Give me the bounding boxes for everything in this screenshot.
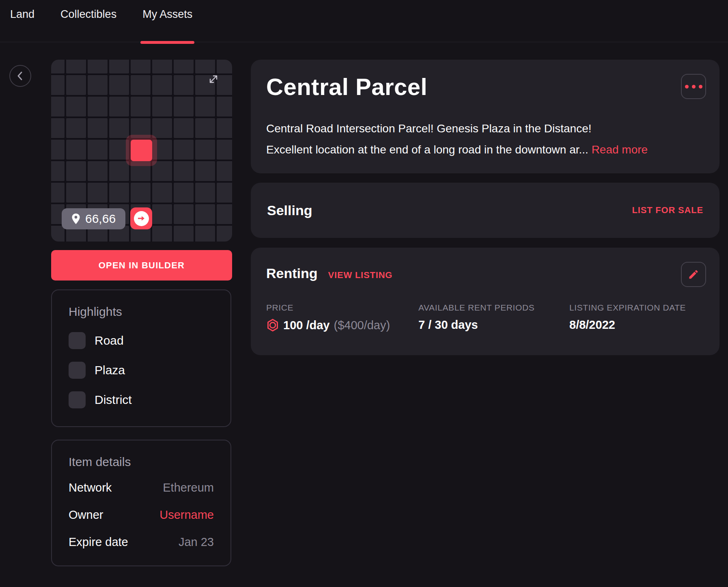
description-line-2: Excellent location at the end of a long … xyxy=(266,139,648,160)
expand-map-icon[interactable] xyxy=(207,73,220,85)
ellipsis-icon xyxy=(685,85,702,88)
map-cell xyxy=(152,97,172,117)
map-cell xyxy=(88,97,108,117)
map-cell xyxy=(51,183,65,203)
parcel-header-card: Central Parcel Central Road Intersection… xyxy=(251,60,719,173)
map-cell xyxy=(174,75,194,95)
map-cell xyxy=(131,97,151,117)
map-cell xyxy=(217,204,232,224)
detail-label: Owner xyxy=(69,508,103,522)
map-cell xyxy=(195,183,215,203)
map-cell xyxy=(66,75,86,95)
read-more-link[interactable]: Read more xyxy=(592,143,648,156)
owner-link[interactable]: Username xyxy=(159,508,214,522)
open-in-builder-button[interactable]: OPEN IN BUILDER xyxy=(51,250,232,281)
renting-title: Renting xyxy=(266,265,318,281)
map-cell xyxy=(195,60,215,73)
parcel-map-preview[interactable]: 66,66 xyxy=(51,60,232,242)
map-cell xyxy=(174,161,194,181)
rent-periods-label: AVAILABLE RENT PERIODS xyxy=(418,303,569,313)
jump-in-button[interactable] xyxy=(130,207,152,229)
checkbox-plaza[interactable] xyxy=(69,362,86,379)
map-cell xyxy=(88,75,108,95)
map-cell xyxy=(109,161,129,181)
map-cell xyxy=(109,60,129,73)
map-cell xyxy=(174,97,194,117)
location-pin-icon xyxy=(71,213,80,224)
highlight-row-road: Road xyxy=(69,332,124,349)
checkbox-road[interactable] xyxy=(69,332,86,349)
back-button[interactable] xyxy=(9,65,31,87)
map-cell xyxy=(174,60,194,73)
map-cell xyxy=(66,140,86,160)
map-cell xyxy=(88,140,108,160)
edit-listing-button[interactable] xyxy=(681,262,706,287)
price-column: PRICE 100 /day ($400/day) xyxy=(266,303,418,332)
map-cell xyxy=(152,204,172,224)
selected-parcel-core xyxy=(131,140,152,161)
highlight-label: Plaza xyxy=(95,363,125,377)
selected-parcel[interactable] xyxy=(126,135,157,166)
highlight-row-plaza: Plaza xyxy=(69,362,125,379)
active-tab-underline xyxy=(140,41,194,44)
map-cell xyxy=(88,118,108,138)
renting-header: Renting VIEW LISTING xyxy=(266,265,392,281)
expire-date-value: Jan 23 xyxy=(179,535,214,549)
map-cell xyxy=(51,97,65,117)
tab-my-assets[interactable]: My Assets xyxy=(142,8,193,42)
map-cell xyxy=(217,140,232,160)
price-label: PRICE xyxy=(266,303,418,313)
map-cell xyxy=(195,161,215,181)
map-cell xyxy=(195,204,215,224)
highlight-label: Road xyxy=(95,334,124,347)
map-cell xyxy=(217,226,232,242)
map-cell xyxy=(174,204,194,224)
selling-title: Selling xyxy=(267,203,312,218)
expiration-date-column: LISTING EXPIRATION DATE 8/8/2022 xyxy=(569,303,686,332)
tab-my-assets-label: My Assets xyxy=(142,8,192,20)
highlights-title: Highlights xyxy=(69,305,122,319)
detail-row-expire-date: Expire date Jan 23 xyxy=(69,535,214,549)
coordinates-badge: 66,66 xyxy=(62,208,125,229)
checkbox-district[interactable] xyxy=(69,391,86,408)
map-cell xyxy=(109,183,129,203)
tab-collectibles[interactable]: Collectibles xyxy=(60,8,117,42)
map-cell xyxy=(217,118,232,138)
map-cell xyxy=(51,226,65,242)
renting-card: Renting VIEW LISTING PRICE 100 /day xyxy=(251,248,719,355)
description-line-2-text: Excellent location at the end of a long … xyxy=(266,143,588,156)
rent-periods-value: 7 / 30 days xyxy=(418,318,569,332)
map-cell xyxy=(195,140,215,160)
map-cell xyxy=(66,183,86,203)
rent-periods-column: AVAILABLE RENT PERIODS 7 / 30 days xyxy=(418,303,569,332)
map-cell xyxy=(66,161,86,181)
expiration-date-label: LISTING EXPIRATION DATE xyxy=(569,303,686,313)
view-listing-link[interactable]: VIEW LISTING xyxy=(328,270,393,281)
map-cell xyxy=(88,161,108,181)
more-options-button[interactable] xyxy=(681,74,706,99)
map-cell xyxy=(174,226,194,242)
item-details-panel: Item details Network Ethereum Owner User… xyxy=(51,440,231,566)
selling-card: Selling LIST FOR SALE xyxy=(251,183,719,238)
map-cell xyxy=(109,75,129,95)
map-cell xyxy=(174,183,194,203)
tab-land-label: Land xyxy=(10,8,34,20)
map-cell xyxy=(174,140,194,160)
detail-label: Network xyxy=(69,481,112,494)
pencil-icon xyxy=(688,269,699,280)
map-cell xyxy=(51,140,65,160)
map-cell xyxy=(51,75,65,95)
map-cell xyxy=(195,226,215,242)
expiration-date-value: 8/8/2022 xyxy=(569,318,686,332)
map-cell xyxy=(217,60,232,73)
map-cell xyxy=(152,161,172,181)
map-cell xyxy=(109,118,129,138)
map-cell xyxy=(174,118,194,138)
map-cell xyxy=(109,97,129,117)
map-cell xyxy=(66,118,86,138)
map-cell xyxy=(51,118,65,138)
map-cell xyxy=(66,60,86,73)
list-for-sale-button[interactable]: LIST FOR SALE xyxy=(632,205,703,216)
tab-land[interactable]: Land xyxy=(9,8,35,42)
tab-collectibles-label: Collectibles xyxy=(60,8,116,20)
